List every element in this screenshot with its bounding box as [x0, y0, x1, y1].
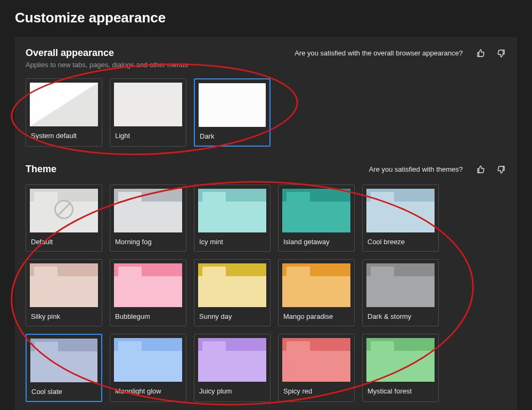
theme-option[interactable]: Spicy red [278, 334, 355, 402]
thumbs-up-icon[interactable] [476, 164, 486, 175]
appearance-option-dark[interactable]: Dark [194, 78, 271, 147]
not-allowed-icon [52, 198, 76, 221]
theme-swatch [30, 339, 97, 382]
theme-option[interactable]: Sunny day [194, 259, 271, 326]
theme-feedback-question: Are you satisfied with themes? [369, 165, 463, 173]
theme-option-label: Juicy plum [194, 382, 270, 400]
appearance-option-system-default[interactable]: System default [26, 78, 102, 147]
overall-feedback: Are you satisfied with the overall brows… [294, 48, 506, 59]
theme-option[interactable]: Cool breeze [362, 184, 439, 252]
thumbs-down-icon[interactable] [496, 164, 506, 175]
theme-swatch [282, 189, 350, 232]
theme-swatch [366, 263, 435, 307]
page-title: Customize appearance [15, 10, 517, 26]
theme-option-label: Silky pink [26, 307, 102, 326]
theme-option[interactable]: Dark & stormy [362, 259, 439, 326]
appearance-swatch [199, 83, 266, 127]
theme-swatch [30, 189, 98, 232]
theme-swatch [198, 189, 266, 232]
theme-option-label: Dark & stormy [363, 307, 438, 326]
thumbs-up-icon[interactable] [476, 48, 486, 59]
theme-option[interactable]: Island getaway [278, 184, 355, 252]
theme-option[interactable]: Bubblegum [110, 259, 186, 326]
theme-option[interactable]: Silky pink [26, 259, 102, 326]
overall-appearance-desc: Applies to new tabs, pages, dialogs and … [26, 61, 506, 69]
overall-feedback-question: Are you satisfied with the overall brows… [294, 49, 463, 57]
theme-option-label: Island getaway [279, 232, 354, 251]
appearance-option-label: Light [110, 126, 186, 145]
theme-swatch [282, 338, 350, 382]
theme-option-label: Cool breeze [363, 232, 438, 251]
appearance-swatch [30, 83, 98, 126]
theme-option-label: Icy mint [194, 232, 270, 251]
appearance-option-label: Dark [195, 127, 269, 146]
theme-option[interactable]: Morning fog [110, 184, 186, 252]
theme-swatch [198, 263, 266, 307]
theme-feedback: Are you satisfied with themes? [369, 164, 506, 175]
theme-option-label: Mystical forest [363, 382, 438, 400]
overall-options-row: System default Light Dark [26, 78, 506, 147]
theme-option-label: Bubblegum [110, 307, 186, 326]
overall-appearance-title: Overall appearance [26, 47, 114, 59]
appearance-option-label: System default [26, 126, 102, 145]
theme-swatch [366, 338, 435, 382]
theme-swatch [366, 189, 435, 232]
theme-option-label: Default [26, 232, 102, 251]
theme-option[interactable]: Default [26, 184, 102, 252]
theme-option-label: Sunny day [194, 307, 270, 326]
thumbs-down-icon[interactable] [496, 48, 506, 59]
theme-option-label: Mango paradise [279, 307, 354, 326]
theme-swatch [282, 263, 350, 307]
theme-swatch [114, 338, 182, 382]
theme-option-label: Moonlight glow [110, 382, 186, 400]
theme-option[interactable]: Moonlight glow [110, 334, 186, 402]
theme-option[interactable]: Cool slate [26, 334, 102, 402]
theme-option[interactable]: Juicy plum [194, 334, 271, 402]
theme-swatch [198, 338, 266, 382]
theme-option[interactable]: Mango paradise [278, 259, 355, 326]
theme-option-label: Morning fog [110, 232, 186, 251]
theme-option-label: Spicy red [279, 382, 354, 400]
theme-swatch [30, 263, 98, 307]
theme-swatch [114, 263, 182, 307]
appearance-panel: Overall appearance Are you satisfied wit… [15, 37, 517, 410]
appearance-option-light[interactable]: Light [110, 78, 186, 147]
theme-option[interactable]: Icy mint [194, 184, 271, 252]
appearance-swatch [114, 83, 182, 126]
theme-swatch [114, 189, 182, 232]
theme-option-label: Cool slate [27, 382, 101, 401]
theme-options-row: Default Morning fog Icy mint [26, 184, 457, 402]
theme-option[interactable]: Mystical forest [362, 334, 439, 402]
svg-line-1 [58, 204, 70, 215]
theme-title: Theme [26, 164, 56, 175]
